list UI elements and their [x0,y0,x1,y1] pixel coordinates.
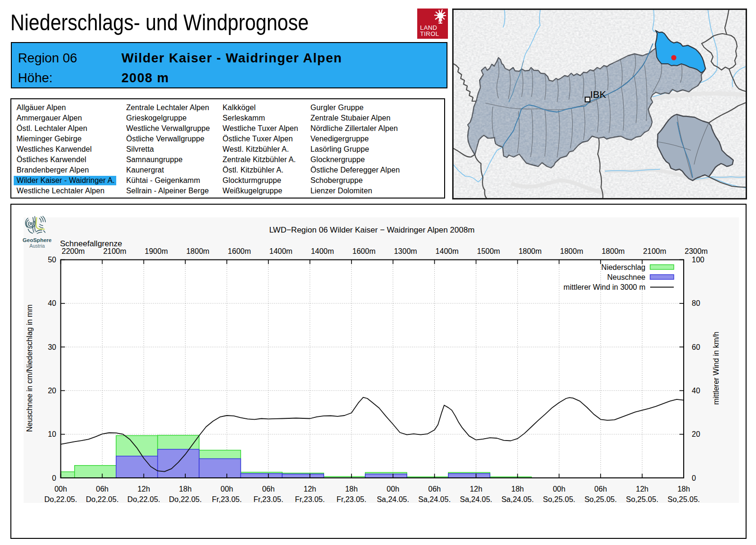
svg-text:60: 60 [692,343,700,351]
svg-text:40: 40 [48,299,56,307]
svg-text:So,25.05.: So,25.05. [543,495,576,503]
svg-text:Austria: Austria [29,243,45,249]
svg-text:Fr,23.05.: Fr,23.05. [336,495,366,503]
svg-text:Do,22.05.: Do,22.05. [44,495,77,503]
svg-text:12h: 12h [470,485,482,493]
svg-text:18h: 18h [511,485,524,493]
svg-text:Do,22.05.: Do,22.05. [169,495,202,503]
svg-text:12h: 12h [137,485,150,493]
svg-text:30: 30 [48,343,56,351]
svg-text:TIROL: TIROL [420,30,439,37]
svg-text:1400m: 1400m [269,247,292,255]
svg-text:06h: 06h [96,485,109,493]
svg-text:1800m: 1800m [518,247,541,255]
svg-text:18h: 18h [345,485,358,493]
svg-text:10: 10 [48,430,56,438]
svg-text:Sa,24.05.: Sa,24.05. [501,495,534,503]
svg-text:LWD−Region 06 Wilder Kaiser −: LWD−Region 06 Wilder Kaiser − Waidringer… [269,225,475,234]
svg-text:06h: 06h [594,485,607,493]
svg-text:1900m: 1900m [145,247,168,255]
svg-text:0: 0 [692,474,696,482]
svg-text:Sa,24.05.: Sa,24.05. [377,495,409,503]
svg-text:40: 40 [692,387,700,395]
svg-text:mittlerer Wind in 3000 m: mittlerer Wind in 3000 m [564,283,645,291]
svg-text:50: 50 [48,256,56,264]
svg-text:1400m: 1400m [436,247,459,255]
svg-text:18h: 18h [678,485,690,493]
svg-text:Fr,23.05.: Fr,23.05. [212,495,242,503]
svg-text:1600m: 1600m [228,247,251,255]
svg-text:80: 80 [692,299,700,307]
svg-text:So,25.05.: So,25.05. [626,495,659,503]
svg-text:1800m: 1800m [601,247,625,255]
svg-text:00h: 00h [553,485,566,493]
svg-text:1500m: 1500m [477,247,500,255]
svg-text:00h: 00h [221,485,233,493]
svg-text:12h: 12h [304,485,317,493]
svg-text:Fr,23.05.: Fr,23.05. [253,495,283,503]
svg-text:So,25.05.: So,25.05. [668,495,700,503]
svg-text:2100m: 2100m [103,247,126,255]
svg-text:1600m: 1600m [352,247,376,255]
svg-text:0: 0 [52,474,56,482]
svg-text:20: 20 [692,430,700,438]
svg-text:Neuschnee in cm/Niederschlag i: Neuschnee in cm/Niederschlag in mm [26,304,34,432]
svg-text:Do,22.05.: Do,22.05. [86,495,119,503]
svg-text:00h: 00h [54,485,67,493]
svg-text:1400m: 1400m [311,247,334,255]
svg-text:18h: 18h [179,485,192,493]
svg-text:00h: 00h [387,485,399,493]
svg-text:100: 100 [692,256,704,264]
svg-text:Do,22.05.: Do,22.05. [128,495,160,503]
svg-text:Sa,24.05.: Sa,24.05. [418,495,451,503]
svg-text:Fr,23.05.: Fr,23.05. [295,495,325,503]
svg-text:1800m: 1800m [186,247,209,255]
svg-text:Sa,24.05.: Sa,24.05. [460,495,492,503]
svg-text:IBK: IBK [590,89,606,100]
svg-text:06h: 06h [262,485,275,493]
svg-text:06h: 06h [428,485,441,493]
svg-text:2100m: 2100m [643,247,666,255]
svg-text:mittlerer Wind in km/h: mittlerer Wind in km/h [712,332,720,405]
svg-text:GeoSphere: GeoSphere [23,237,52,243]
svg-text:12h: 12h [636,485,649,493]
svg-text:1800m: 1800m [560,247,583,255]
svg-text:So,25.05.: So,25.05. [584,495,617,503]
svg-text:Neuschnee: Neuschnee [607,273,645,281]
svg-text:1300m: 1300m [394,247,417,255]
svg-text:2300m: 2300m [685,247,708,255]
svg-text:2200m: 2200m [62,247,85,255]
svg-text:Niederschlag: Niederschlag [601,263,645,271]
svg-text:20: 20 [48,387,56,395]
